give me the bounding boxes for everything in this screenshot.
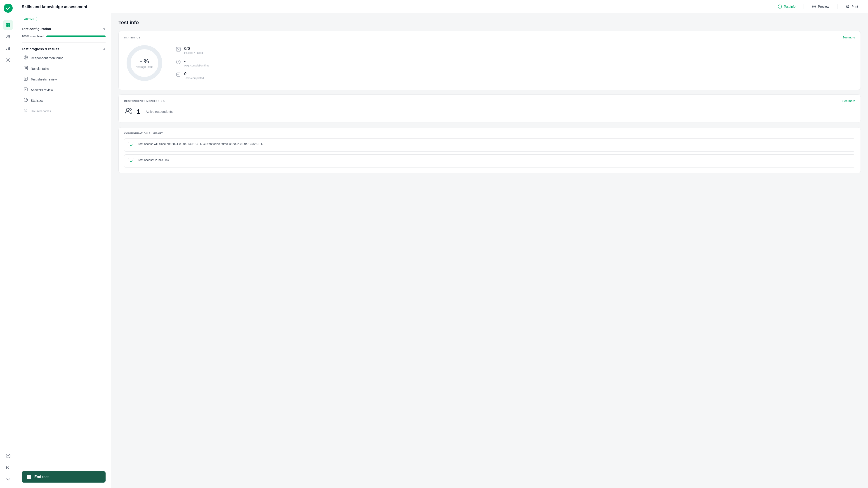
svg-point-4 bbox=[7, 35, 8, 37]
svg-rect-18 bbox=[26, 67, 27, 68]
active-badge: ACTIVE bbox=[22, 17, 37, 21]
statistics-body: - % Average result bbox=[119, 43, 861, 90]
respondents-card-header: RESPONDENTS MONITORING See more bbox=[119, 95, 861, 106]
passed-failed-icon bbox=[176, 47, 181, 53]
statistics-icon bbox=[24, 98, 28, 103]
svg-rect-1 bbox=[8, 23, 10, 25]
statistics-see-more[interactable]: See more bbox=[842, 36, 855, 39]
nav-label-unused-codes: Unused codes bbox=[31, 110, 51, 113]
nav-item-respondent-monitoring[interactable]: Respondent monitoring bbox=[22, 53, 105, 63]
respondents-card: RESPONDENTS MONITORING See more 1 Active… bbox=[119, 94, 861, 123]
progress-label: 100% completed bbox=[22, 35, 43, 38]
tests-completed-label: Tests completed bbox=[184, 77, 204, 80]
config-item-1: Test access: Public Link bbox=[124, 154, 855, 168]
respondent-monitoring-icon bbox=[24, 55, 28, 61]
config-text-0: Test access will close on: 2024-08-04 13… bbox=[138, 142, 263, 146]
config-text-1: Test access: Public Link bbox=[138, 158, 169, 162]
svg-rect-17 bbox=[25, 67, 26, 68]
svg-rect-6 bbox=[6, 49, 7, 50]
nav-label-respondent-monitoring: Respondent monitoring bbox=[31, 56, 64, 60]
results-table-icon bbox=[24, 66, 28, 71]
svg-rect-36 bbox=[847, 7, 848, 8]
svg-line-43 bbox=[178, 62, 179, 63]
svg-rect-8 bbox=[9, 47, 10, 50]
statistics-card: STATISTICS See more - % Average result bbox=[119, 31, 861, 90]
back-icon-button[interactable] bbox=[3, 463, 13, 472]
nav-item-statistics[interactable]: Statistics bbox=[22, 95, 105, 105]
stop-icon bbox=[27, 475, 31, 479]
svg-point-33 bbox=[813, 6, 815, 7]
cursor-position: | bbox=[178, 110, 179, 114]
preview-label: Preview bbox=[818, 5, 829, 8]
nav-item-answers-review[interactable]: Answers review bbox=[22, 85, 105, 95]
nav-label-answers-review: Answers review bbox=[31, 88, 53, 92]
statistics-card-header: STATISTICS See more bbox=[119, 31, 861, 43]
svg-rect-16 bbox=[24, 66, 28, 70]
progress-bar-fill bbox=[46, 35, 105, 37]
svg-line-28 bbox=[27, 112, 28, 112]
left-sidebar: Skills and knowledge assessment ACTIVE T… bbox=[16, 0, 111, 488]
expand-icon-button[interactable] bbox=[3, 475, 13, 484]
respondents-count: 1 bbox=[137, 108, 141, 115]
page-title: Skills and knowledge assessment bbox=[22, 4, 105, 9]
svg-rect-0 bbox=[6, 23, 8, 25]
print-label: Print bbox=[851, 5, 858, 8]
test-configuration-section[interactable]: Test configuration ∨ bbox=[22, 25, 105, 33]
test-progress-section[interactable]: Test progress & results ∧ bbox=[22, 44, 105, 53]
config-summary-header: CONFIGURATION SUMMARY bbox=[119, 127, 861, 138]
logo-button[interactable] bbox=[4, 4, 13, 13]
respondents-see-more[interactable]: See more bbox=[842, 99, 855, 102]
test-progress-chevron: ∧ bbox=[103, 47, 105, 51]
svg-point-29 bbox=[25, 110, 26, 111]
respondents-body: 1 Active respondents | bbox=[119, 106, 861, 123]
config-item-0: Test access will close on: 2024-08-04 13… bbox=[124, 138, 855, 152]
average-result-value: - % bbox=[135, 58, 153, 65]
top-bar: i Test info Preview Print bbox=[111, 0, 868, 13]
test-configuration-chevron: ∨ bbox=[103, 27, 105, 31]
end-test-button[interactable]: End test bbox=[22, 471, 105, 483]
test-configuration-title: Test configuration bbox=[22, 27, 51, 31]
config-summary-card: CONFIGURATION SUMMARY Test access will c… bbox=[119, 127, 861, 173]
svg-rect-3 bbox=[8, 25, 10, 27]
nav-label-test-sheets-review: Test sheets review bbox=[31, 78, 57, 81]
svg-rect-2 bbox=[6, 25, 8, 27]
svg-text:i: i bbox=[780, 5, 780, 8]
nav-item-test-sheets-review[interactable]: Test sheets review bbox=[22, 74, 105, 84]
avg-time-value: - bbox=[184, 59, 209, 64]
settings-icon-button[interactable] bbox=[3, 55, 13, 65]
end-test-label: End test bbox=[34, 475, 49, 479]
svg-rect-19 bbox=[25, 68, 26, 69]
users-icon-button[interactable] bbox=[3, 32, 13, 41]
print-action[interactable]: Print bbox=[843, 3, 861, 10]
help-icon-button[interactable]: ? bbox=[3, 451, 13, 461]
avg-time-icon bbox=[176, 59, 181, 65]
nav-label-statistics: Statistics bbox=[31, 99, 43, 102]
svg-rect-12 bbox=[6, 466, 7, 469]
stat-avg-time: - Avg. completion time bbox=[176, 59, 209, 67]
passed-failed-label: Passed / Failed bbox=[184, 51, 203, 55]
sidebar-header: Skills and knowledge assessment bbox=[16, 0, 111, 13]
print-icon bbox=[846, 4, 850, 8]
test-info-action[interactable]: i Test info bbox=[775, 3, 798, 10]
respondents-label: Active respondents bbox=[146, 110, 173, 114]
nav-item-unused-codes[interactable]: Unused codes bbox=[22, 106, 105, 116]
svg-rect-20 bbox=[26, 68, 27, 69]
svg-rect-7 bbox=[8, 48, 8, 50]
svg-point-5 bbox=[8, 35, 10, 37]
chart-icon-button[interactable] bbox=[3, 43, 13, 53]
statistics-section-title: STATISTICS bbox=[124, 36, 141, 39]
icon-sidebar: ? bbox=[0, 0, 16, 488]
config-check-1 bbox=[128, 158, 134, 164]
nav-item-results-table[interactable]: Results table bbox=[22, 63, 105, 74]
unused-codes-icon bbox=[24, 108, 28, 114]
svg-rect-35 bbox=[847, 5, 848, 6]
info-icon: i bbox=[778, 4, 782, 8]
preview-action[interactable]: Preview bbox=[809, 3, 832, 10]
grid-icon-button[interactable] bbox=[3, 20, 13, 30]
svg-point-32 bbox=[812, 5, 815, 8]
test-info-label: Test info bbox=[784, 5, 796, 8]
config-check-0 bbox=[128, 142, 134, 148]
passed-failed-value: 0/0 bbox=[184, 46, 203, 51]
content-title: Test info bbox=[119, 20, 861, 26]
stat-tests-completed: 0 Tests completed bbox=[176, 72, 209, 80]
